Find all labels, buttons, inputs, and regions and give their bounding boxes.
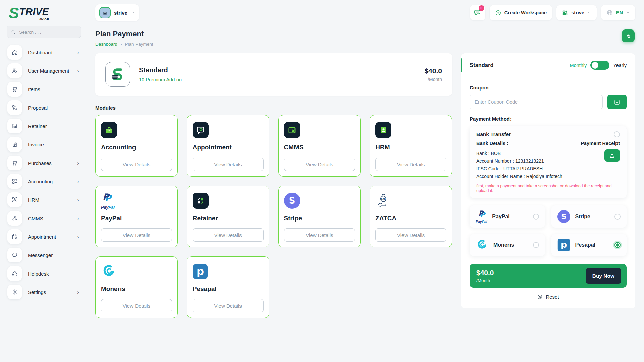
- sidebar-item-label: Settings: [28, 289, 71, 295]
- sidebar-search: [7, 26, 81, 38]
- view-details-button[interactable]: View Details: [101, 228, 172, 242]
- gateway-stripe[interactable]: S Stripe: [551, 205, 627, 228]
- view-details-button[interactable]: View Details: [101, 158, 172, 171]
- cmms-window-gear-icon: [284, 122, 300, 138]
- sidebar-item-invoice[interactable]: Invoice: [7, 137, 82, 152]
- gateway-pesapal[interactable]: p Pesapal: [551, 234, 627, 256]
- sidebar-item-label: Appointment: [28, 234, 71, 240]
- stripe-radio[interactable]: [614, 214, 621, 220]
- workspace-menu-label: strive: [571, 10, 584, 15]
- sidebar-item-retainer[interactable]: Retainer: [7, 118, 82, 134]
- current-plan-card: Standard 10 Premium Add-on $40.0 /Month: [95, 53, 452, 96]
- coupon-input[interactable]: [470, 95, 603, 109]
- monthly-label: Monthly: [570, 63, 587, 68]
- coupon-row: [470, 95, 627, 109]
- view-details-button[interactable]: View Details: [284, 228, 355, 242]
- create-workspace-label: Create Workspace: [504, 10, 547, 15]
- gateway-grid: P P PayPal PayPal S: [470, 205, 627, 256]
- strive-logo-s-icon: S: [9, 7, 19, 20]
- ifsc-code-line: IFSC Code : UTTAR PRADESH: [476, 166, 562, 171]
- pesapal-logo-icon: p: [557, 239, 570, 251]
- app-root: S TRIVE MAKE Dashboard ›: [0, 0, 644, 362]
- users-icon: [7, 63, 22, 78]
- brand-logo[interactable]: S TRIVE MAKE: [7, 5, 82, 26]
- sidebar-item-hrm[interactable]: HRM ›: [7, 192, 82, 207]
- module-name: CMMS: [284, 144, 355, 151]
- module-name: ZATCA: [375, 215, 446, 222]
- module-name: PayPal: [101, 215, 172, 222]
- sidebar-item-accounting[interactable]: Accounting ›: [7, 174, 82, 189]
- gateway-name: PayPal: [492, 214, 528, 220]
- accounting-grid-icon: [7, 174, 22, 189]
- view-details-button[interactable]: View Details: [193, 299, 264, 312]
- checkbox-icon: [614, 99, 620, 105]
- sidebar: S TRIVE MAKE Dashboard ›: [0, 0, 87, 362]
- sidebar-item-user-management[interactable]: User Management ›: [7, 63, 82, 78]
- svg-text:S: S: [561, 213, 566, 221]
- price-summary-bar: $40.0 /Month Buy Now: [470, 264, 627, 288]
- sidebar-item-proposal[interactable]: Proposal: [7, 100, 82, 115]
- sidebar-item-cmms[interactable]: CMMS ›: [7, 210, 82, 226]
- chevron-down-icon: [626, 11, 630, 15]
- payment-receipt-label: Payment Receipt: [581, 141, 620, 146]
- gear-icon: [7, 285, 22, 299]
- sidebar-item-items[interactable]: Items: [7, 81, 82, 97]
- view-details-button[interactable]: View Details: [101, 299, 172, 312]
- apply-coupon-button[interactable]: [607, 95, 627, 109]
- module-card-appointment: Appointment View Details: [187, 115, 269, 177]
- chat-button[interactable]: 0: [470, 5, 485, 20]
- checkout-body: Coupon Payment Method: Bank Transfe: [461, 77, 635, 300]
- topbar: strive 0 Create Workspace: [87, 0, 644, 22]
- sidebar-item-appointment[interactable]: Appointment ›: [7, 229, 82, 244]
- sidebar-item-purchases[interactable]: Purchases ›: [7, 155, 82, 171]
- paypal-radio[interactable]: [533, 214, 539, 220]
- gateway-name: Pesapal: [575, 242, 610, 248]
- module-name: Moneris: [101, 285, 172, 293]
- chevron-right-icon: ›: [77, 216, 79, 221]
- summary-period: /Month: [476, 278, 494, 283]
- upload-icon: [609, 153, 615, 159]
- moneris-radio[interactable]: [533, 242, 539, 248]
- module-card-zatca: SAR ZATCA View Details: [370, 186, 452, 247]
- workspace-selector[interactable]: strive: [95, 4, 139, 21]
- language-selector[interactable]: EN: [601, 5, 635, 20]
- sidebar-item-messenger[interactable]: Messenger: [7, 247, 82, 263]
- workspace-menu-button[interactable]: strive: [556, 5, 597, 20]
- search-input[interactable]: [18, 29, 77, 35]
- view-details-button[interactable]: View Details: [284, 158, 355, 171]
- view-details-button[interactable]: View Details: [193, 158, 264, 171]
- billing-toggle[interactable]: [590, 61, 609, 70]
- module-card-pesapal: p Pesapal View Details: [187, 256, 269, 318]
- bank-details: Bank : BOB Account Number : 12313213221 …: [476, 148, 562, 179]
- gateway-moneris[interactable]: Moneris: [470, 234, 545, 256]
- modules-heading: Modules: [95, 105, 452, 111]
- grid-plus-icon: [562, 10, 568, 16]
- view-details-button[interactable]: View Details: [375, 158, 446, 171]
- retainer-icon: [7, 119, 22, 133]
- upload-receipt-button[interactable]: [604, 149, 620, 162]
- module-card-hrm: HRM View Details: [370, 115, 452, 177]
- sidebar-item-helpdesk[interactable]: Helpdesk: [7, 266, 82, 281]
- reset-button[interactable]: Reset: [470, 294, 627, 300]
- retainer-sync-icon: [193, 193, 209, 209]
- pesapal-radio[interactable]: [614, 242, 621, 248]
- svg-text:S: S: [289, 196, 295, 206]
- bank-transfer-card[interactable]: Bank Transfer Bank Details : Payment Rec…: [470, 126, 627, 198]
- plan-addon-link[interactable]: 10 Premium Add-on: [139, 77, 182, 82]
- sidebar-item-dashboard[interactable]: Dashboard ›: [7, 45, 82, 60]
- bank-transfer-radio[interactable]: [614, 131, 620, 137]
- back-button[interactable]: [622, 29, 635, 42]
- chevron-right-icon: ›: [77, 68, 79, 74]
- gateway-paypal[interactable]: P P PayPal PayPal: [470, 205, 545, 228]
- view-details-button[interactable]: View Details: [193, 228, 264, 242]
- module-name: HRM: [375, 144, 446, 151]
- pesapal-logo-icon: p: [193, 264, 208, 279]
- stripe-logo-icon: S: [557, 210, 570, 223]
- reset-label: Reset: [546, 294, 559, 300]
- breadcrumb-dashboard-link[interactable]: Dashboard: [95, 42, 117, 47]
- create-workspace-button[interactable]: Create Workspace: [490, 5, 552, 20]
- view-details-button[interactable]: View Details: [375, 228, 446, 242]
- sidebar-item-settings[interactable]: Settings ›: [7, 284, 82, 300]
- buy-now-button[interactable]: Buy Now: [586, 268, 621, 284]
- sidebar-item-label: HRM: [28, 197, 71, 203]
